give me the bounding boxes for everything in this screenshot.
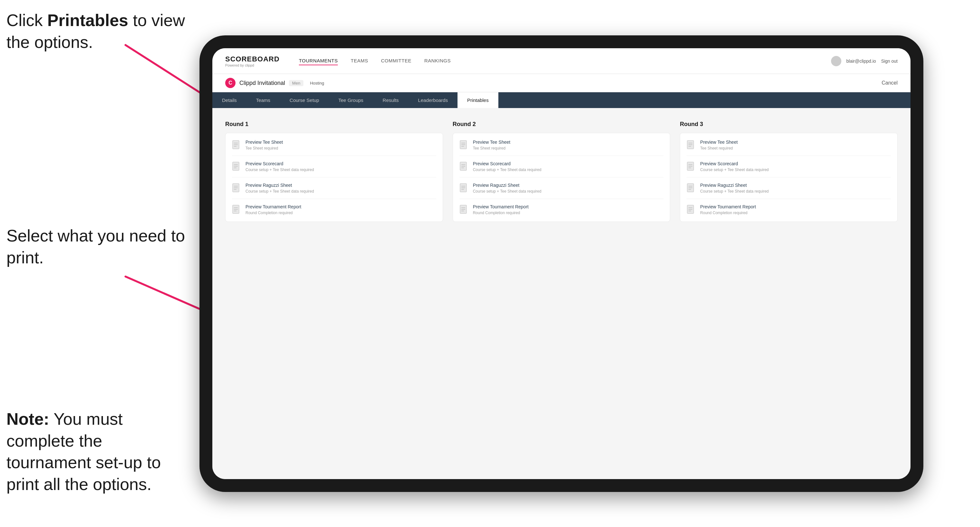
tab-leaderboards[interactable]: Leaderboards bbox=[408, 92, 458, 108]
print-item-content: Preview Tee Sheet Tee Sheet required bbox=[473, 140, 510, 151]
list-item[interactable]: Preview Raguzzi Sheet Course setup + Tee… bbox=[460, 178, 664, 199]
main-nav: TOURNAMENTS TEAMS COMMITTEE RANKINGS bbox=[299, 57, 831, 65]
round-1-title: Round 1 bbox=[225, 121, 443, 128]
round-1-section: Round 1 Preview Tee Sheet Tee S bbox=[225, 121, 443, 222]
print-item-content: Preview Raguzzi Sheet Course setup + Tee… bbox=[700, 183, 768, 194]
print-item-sub: Tee Sheet required bbox=[473, 146, 510, 151]
list-item[interactable]: Preview Scorecard Course setup + Tee She… bbox=[687, 156, 891, 178]
document-icon bbox=[460, 205, 468, 215]
header-right: blair@clippd.io Sign out bbox=[831, 56, 898, 66]
tab-results[interactable]: Results bbox=[373, 92, 408, 108]
print-item-sub: Round Completion required bbox=[700, 211, 756, 215]
list-item[interactable]: Preview Tee Sheet Tee Sheet required bbox=[687, 140, 891, 156]
print-item-sub: Course setup + Tee Sheet data required bbox=[700, 189, 768, 194]
instruction-bottom: Note: You must complete the tournament s… bbox=[6, 408, 187, 495]
tournament-category: Men bbox=[289, 80, 303, 86]
print-item-content: Preview Raguzzi Sheet Course setup + Tee… bbox=[473, 183, 541, 194]
document-icon bbox=[460, 183, 468, 194]
logo-sub: Powered by clippd bbox=[225, 63, 280, 67]
round-3-section: Round 3 Preview Tee Sheet Tee S bbox=[680, 121, 898, 222]
print-item-title: Preview Tournament Report bbox=[245, 204, 301, 210]
print-item-content: Preview Scorecard Course setup + Tee She… bbox=[700, 161, 768, 172]
list-item[interactable]: Preview Tournament Report Round Completi… bbox=[687, 199, 891, 215]
print-item-title: Preview Scorecard bbox=[245, 161, 314, 166]
nav-committee[interactable]: COMMITTEE bbox=[381, 57, 412, 65]
rounds-grid: Round 1 Preview Tee Sheet Tee S bbox=[225, 121, 898, 222]
sign-out-link[interactable]: Sign out bbox=[881, 59, 898, 63]
tab-printables[interactable]: Printables bbox=[458, 92, 498, 108]
list-item[interactable]: Preview Raguzzi Sheet Course setup + Tee… bbox=[232, 178, 436, 199]
print-item-title: Preview Scorecard bbox=[473, 161, 541, 166]
list-item[interactable]: Preview Raguzzi Sheet Course setup + Tee… bbox=[687, 178, 891, 199]
note-bold: Note: bbox=[6, 410, 49, 428]
print-item-title: Preview Tee Sheet bbox=[245, 140, 283, 145]
print-item-title: Preview Tee Sheet bbox=[473, 140, 510, 145]
document-icon bbox=[232, 205, 241, 215]
tournament-bar: C Clippd Invitational Men Hosting Cancel bbox=[212, 74, 910, 92]
print-item-content: Preview Scorecard Course setup + Tee She… bbox=[245, 161, 314, 172]
tournament-icon: C bbox=[225, 78, 235, 88]
document-icon bbox=[460, 162, 468, 172]
print-item-sub: Tee Sheet required bbox=[700, 146, 737, 151]
round-2-title: Round 2 bbox=[453, 121, 670, 128]
document-icon bbox=[232, 140, 241, 151]
print-item-title: Preview Raguzzi Sheet bbox=[473, 183, 541, 188]
round-3-title: Round 3 bbox=[680, 121, 898, 128]
tab-details[interactable]: Details bbox=[212, 92, 247, 108]
nav-teams[interactable]: TEAMS bbox=[351, 57, 368, 65]
list-item[interactable]: Preview Scorecard Course setup + Tee She… bbox=[460, 156, 664, 178]
nav-tournaments[interactable]: TOURNAMENTS bbox=[299, 57, 338, 65]
print-item-sub: Tee Sheet required bbox=[245, 146, 283, 151]
cancel-button[interactable]: Cancel bbox=[881, 80, 898, 86]
list-item[interactable]: Preview Tee Sheet Tee Sheet required bbox=[232, 140, 436, 156]
print-item-content: Preview Tournament Report Round Completi… bbox=[473, 204, 528, 215]
print-item-sub: Course setup + Tee Sheet data required bbox=[473, 189, 541, 194]
tablet-screen: SCOREBOARD Powered by clippd TOURNAMENTS… bbox=[212, 48, 910, 479]
document-icon bbox=[687, 162, 695, 172]
list-item[interactable]: Preview Tournament Report Round Completi… bbox=[460, 199, 664, 215]
print-item-title: Preview Scorecard bbox=[700, 161, 768, 166]
main-content: Round 1 Preview Tee Sheet Tee S bbox=[212, 108, 910, 479]
list-item[interactable]: Preview Tee Sheet Tee Sheet required bbox=[460, 140, 664, 156]
tournament-title: Clippd Invitational bbox=[239, 80, 285, 86]
app-header: SCOREBOARD Powered by clippd TOURNAMENTS… bbox=[212, 48, 910, 74]
user-avatar bbox=[831, 56, 842, 66]
print-item-title: Preview Raguzzi Sheet bbox=[700, 183, 768, 188]
document-icon bbox=[687, 205, 695, 215]
print-item-content: Preview Raguzzi Sheet Course setup + Tee… bbox=[245, 183, 314, 194]
print-item-sub: Course setup + Tee Sheet data required bbox=[245, 189, 314, 194]
round-3-card: Preview Tee Sheet Tee Sheet required bbox=[680, 133, 898, 222]
printables-bold: Printables bbox=[47, 11, 128, 30]
tablet-frame: SCOREBOARD Powered by clippd TOURNAMENTS… bbox=[199, 35, 923, 492]
print-item-title: Preview Tournament Report bbox=[700, 204, 756, 210]
document-icon bbox=[687, 140, 695, 151]
print-item-title: Preview Raguzzi Sheet bbox=[245, 183, 314, 188]
print-item-sub: Round Completion required bbox=[473, 211, 528, 215]
print-item-sub: Course setup + Tee Sheet data required bbox=[245, 168, 314, 172]
list-item[interactable]: Preview Tournament Report Round Completi… bbox=[232, 199, 436, 215]
round-2-card: Preview Tee Sheet Tee Sheet required bbox=[453, 133, 670, 222]
print-item-title: Preview Tournament Report bbox=[473, 204, 528, 210]
print-item-sub: Course setup + Tee Sheet data required bbox=[700, 168, 768, 172]
print-item-title: Preview Tee Sheet bbox=[700, 140, 737, 145]
round-2-section: Round 2 Preview Tee Sheet Tee S bbox=[453, 121, 670, 222]
document-icon bbox=[687, 183, 695, 194]
list-item[interactable]: Preview Scorecard Course setup + Tee She… bbox=[232, 156, 436, 178]
print-item-sub: Course setup + Tee Sheet data required bbox=[473, 168, 541, 172]
print-item-sub: Round Completion required bbox=[245, 211, 301, 215]
user-email: blair@clippd.io bbox=[846, 59, 876, 63]
nav-rankings[interactable]: RANKINGS bbox=[424, 57, 451, 65]
print-item-content: Preview Tournament Report Round Completi… bbox=[700, 204, 756, 215]
tab-tee-groups[interactable]: Tee Groups bbox=[329, 92, 373, 108]
document-icon bbox=[232, 183, 241, 194]
hosting-badge: Hosting bbox=[310, 81, 324, 86]
logo-title: SCOREBOARD bbox=[225, 55, 280, 63]
document-icon bbox=[460, 140, 468, 151]
tab-course-setup[interactable]: Course Setup bbox=[280, 92, 329, 108]
tab-teams[interactable]: Teams bbox=[247, 92, 280, 108]
round-1-card: Preview Tee Sheet Tee Sheet required bbox=[225, 133, 443, 222]
instruction-middle: Select what you need to print. bbox=[6, 225, 187, 268]
print-item-content: Preview Tee Sheet Tee Sheet required bbox=[700, 140, 737, 151]
print-item-content: Preview Tee Sheet Tee Sheet required bbox=[245, 140, 283, 151]
tournament-name-group: C Clippd Invitational Men Hosting bbox=[225, 78, 324, 88]
